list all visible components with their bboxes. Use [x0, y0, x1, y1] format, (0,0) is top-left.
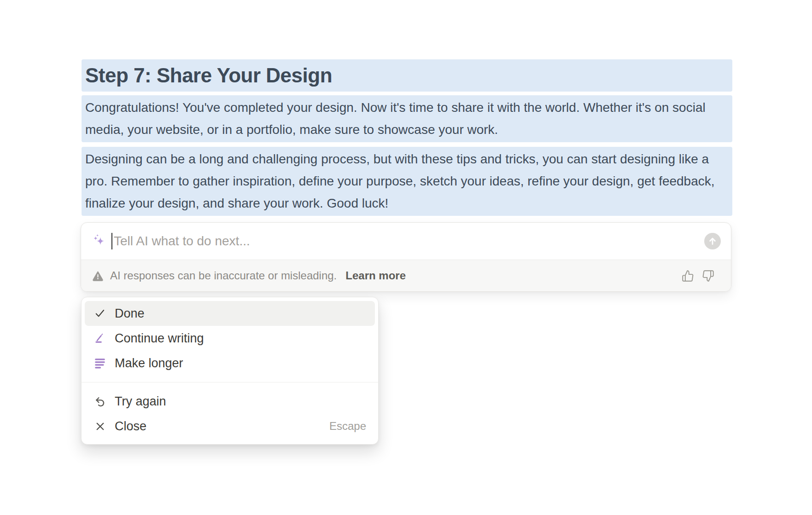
paragraph-block: Congratulations! You've completed your d…: [82, 95, 732, 142]
ai-input-placeholder: Tell AI what to do next...: [114, 234, 704, 249]
undo-icon: [93, 395, 106, 408]
menu-item-label: Continue writing: [115, 331, 204, 346]
page-title: Step 7: Share Your Design: [82, 59, 732, 92]
thumbs-down-icon: [702, 270, 714, 282]
send-button[interactable]: [704, 233, 721, 249]
thumbs-up-button[interactable]: [682, 270, 694, 282]
paragraph-block: Designing can be a long and challenging …: [82, 147, 732, 216]
ai-disclaimer-bar: AI responses can be inaccurate or mislea…: [81, 260, 731, 291]
ai-disclaimer-text: AI responses can be inaccurate or mislea…: [110, 269, 337, 282]
menu-item-label: Make longer: [115, 356, 183, 370]
ai-command-menu: Done Continue writing Make longer: [81, 297, 379, 445]
menu-item-label: Close: [115, 419, 146, 434]
menu-item-done[interactable]: Done: [85, 301, 375, 326]
x-icon: [93, 420, 106, 433]
thumbs-up-icon: [682, 270, 694, 282]
menu-item-try-again[interactable]: Try again: [85, 389, 375, 414]
learn-more-link[interactable]: Learn more: [345, 269, 406, 282]
check-icon: [93, 307, 106, 320]
ai-prompt-input[interactable]: Tell AI what to do next...: [81, 223, 731, 260]
text-lines-icon: [93, 357, 106, 370]
ai-assistant-panel: Tell AI what to do next... AI responses …: [81, 222, 731, 292]
text-cursor: [111, 233, 112, 249]
menu-item-label: Try again: [115, 394, 166, 409]
ai-sparkle-icon: [91, 234, 106, 249]
notion-ai-page: Step 7: Share Your Design Congratulation…: [0, 0, 812, 515]
menu-item-continue-writing[interactable]: Continue writing: [85, 326, 375, 351]
menu-shortcut-escape: Escape: [329, 420, 366, 433]
arrow-up-icon: [707, 236, 718, 246]
thumbs-down-button[interactable]: [702, 270, 714, 282]
menu-item-label: Done: [115, 307, 145, 321]
menu-item-make-longer[interactable]: Make longer: [85, 351, 375, 376]
menu-divider: [82, 382, 378, 382]
feedback-buttons: [674, 270, 714, 282]
warning-triangle-icon: [92, 270, 104, 282]
menu-item-close[interactable]: Close Escape: [85, 414, 375, 439]
pencil-icon: [93, 332, 106, 345]
